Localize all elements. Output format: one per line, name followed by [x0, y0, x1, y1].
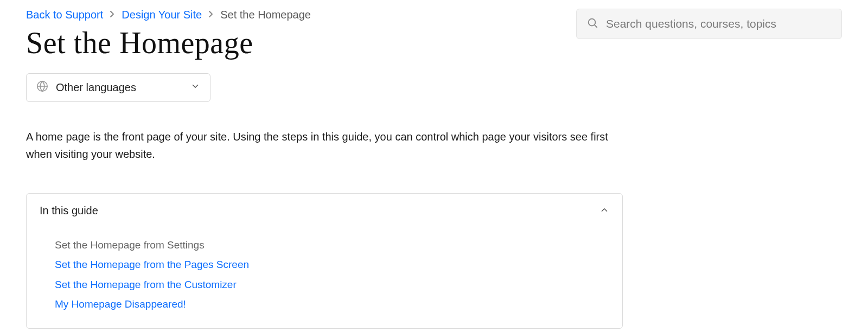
breadcrumb-back-link[interactable]: Back to Support	[26, 9, 103, 21]
toc-heading: In this guide	[40, 205, 98, 217]
chevron-up-icon	[599, 205, 609, 217]
language-selector[interactable]: Other languages	[26, 73, 210, 102]
globe-icon	[36, 80, 48, 95]
toc-link[interactable]: Set the Homepage from the Customizer	[55, 279, 237, 290]
breadcrumb: Back to Support Design Your Site Set the…	[26, 9, 554, 21]
toc-link[interactable]: Set the Homepage from the Pages Screen	[55, 259, 249, 270]
toc-item: Set the Homepage from the Pages Screen	[55, 256, 609, 273]
chevron-down-icon	[190, 81, 200, 94]
table-of-contents: In this guide Set the Homepage from Sett…	[26, 193, 623, 329]
page-title: Set the Homepage	[26, 25, 554, 60]
toc-toggle[interactable]: In this guide	[40, 205, 609, 217]
toc-list: Set the Homepage from Settings Set the H…	[40, 237, 609, 313]
search-input[interactable]	[606, 17, 832, 30]
search-icon	[586, 17, 598, 31]
toc-link[interactable]: My Homepage Disappeared!	[55, 298, 186, 310]
svg-line-2	[595, 25, 597, 27]
chevron-right-icon	[208, 10, 214, 20]
toc-item: My Homepage Disappeared!	[55, 296, 609, 313]
language-selector-label: Other languages	[56, 81, 136, 94]
breadcrumb-section-link[interactable]: Design Your Site	[122, 9, 202, 21]
intro-paragraph: A home page is the front page of your si…	[26, 128, 612, 163]
chevron-right-icon	[110, 10, 115, 20]
search-box[interactable]	[576, 9, 842, 39]
toc-item-current: Set the Homepage from Settings	[55, 237, 609, 254]
breadcrumb-current: Set the Homepage	[220, 9, 311, 21]
toc-item: Set the Homepage from the Customizer	[55, 276, 609, 293]
